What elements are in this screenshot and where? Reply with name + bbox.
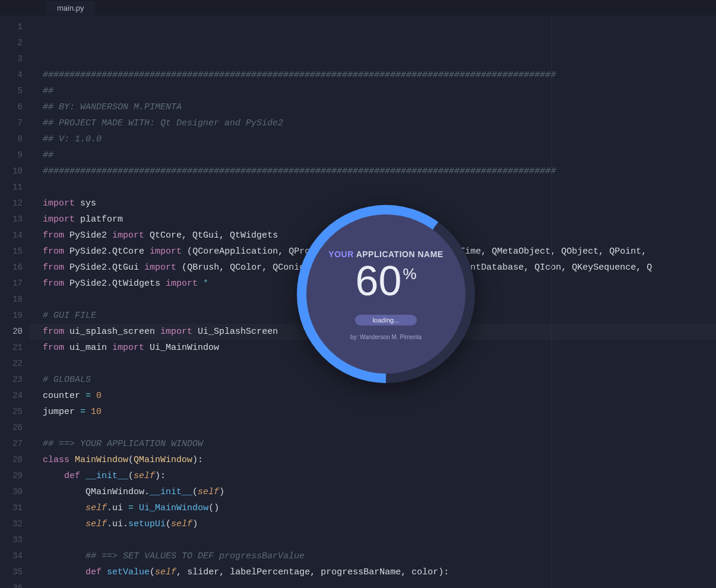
code-line[interactable]: def __init__(self): — [43, 468, 716, 484]
line-number: 15 — [0, 244, 23, 260]
line-number: 26 — [0, 420, 23, 436]
line-number: 3 — [0, 51, 23, 67]
line-number: 20 — [0, 324, 23, 340]
code-line[interactable] — [43, 420, 716, 436]
code-line[interactable]: counter = 0 — [43, 388, 716, 404]
line-number: 35 — [0, 564, 23, 580]
code-line[interactable]: self.ui.setupUi(self) — [43, 516, 716, 532]
code-line[interactable]: ## PROJECT MADE WITH: Qt Designer and Py… — [43, 115, 716, 131]
line-number: 25 — [0, 404, 23, 420]
line-number: 31 — [0, 500, 23, 516]
line-number: 28 — [0, 452, 23, 468]
line-number: 21 — [0, 340, 23, 356]
percentage-number: 60 — [356, 260, 402, 302]
code-line[interactable]: ## V: 1.0.0 — [43, 131, 716, 147]
code-line[interactable] — [43, 580, 716, 588]
line-number: 24 — [0, 388, 23, 404]
code-line[interactable]: ## — [43, 83, 716, 99]
code-line[interactable]: ########################################… — [43, 67, 716, 83]
code-line[interactable]: class MainWindow(QMainWindow): — [43, 452, 716, 468]
code-line[interactable] — [43, 532, 716, 548]
splash-inner: YOUR APPLICATION NAME 60 % loading... by… — [306, 214, 465, 374]
line-number: 8 — [0, 131, 23, 147]
code-line[interactable]: def setValue(self, slider, labelPercenta… — [43, 564, 716, 580]
line-number: 18 — [0, 292, 23, 308]
line-number: 17 — [0, 276, 23, 292]
line-number: 16 — [0, 260, 23, 276]
line-number: 23 — [0, 372, 23, 388]
line-number: 6 — [0, 99, 23, 115]
line-number: 11 — [0, 179, 23, 195]
code-line[interactable] — [43, 179, 716, 195]
line-number: 14 — [0, 227, 23, 244]
line-number: 33 — [0, 532, 23, 548]
line-number: 27 — [0, 436, 23, 452]
code-line[interactable]: ## — [43, 147, 716, 163]
line-number: 36 — [0, 580, 23, 588]
code-line[interactable]: ## ==> YOUR APPLICATION WINDOW — [43, 436, 716, 452]
line-number: 9 — [0, 147, 23, 163]
gutter: 1234567891011121314151617181920212223242… — [0, 15, 30, 588]
loading-label: loading... — [355, 315, 417, 325]
line-number: 13 — [0, 211, 23, 227]
credits-label: by: Wanderson M. Pimenta — [350, 334, 422, 340]
line-number: 29 — [0, 468, 23, 484]
splash-screen: YOUR APPLICATION NAME 60 % loading... by… — [297, 205, 475, 383]
line-number: 5 — [0, 83, 23, 99]
line-number: 32 — [0, 516, 23, 532]
percent-icon: % — [403, 265, 416, 283]
line-number: 30 — [0, 484, 23, 500]
line-number: 1 — [0, 19, 23, 35]
line-number: 12 — [0, 195, 23, 211]
code-line[interactable]: ########################################… — [43, 163, 716, 179]
code-line[interactable]: self.ui = Ui_MainWindow() — [43, 500, 716, 516]
line-number: 10 — [0, 163, 23, 179]
code-line[interactable]: jumper = 10 — [43, 404, 716, 420]
line-number: 4 — [0, 67, 23, 83]
code-line[interactable]: ## BY: WANDERSON M.PIMENTA — [43, 99, 716, 115]
percentage: 60 % — [356, 260, 417, 302]
line-number: 2 — [0, 35, 23, 51]
line-number: 7 — [0, 115, 23, 131]
splash-title-accent: YOUR — [328, 249, 353, 259]
line-number: 34 — [0, 548, 23, 564]
tab-bar: main.py — [0, 0, 716, 15]
code-line[interactable]: QMainWindow.__init__(self) — [43, 484, 716, 500]
line-number: 19 — [0, 308, 23, 324]
line-number: 22 — [0, 356, 23, 372]
tab-main-py[interactable]: main.py — [46, 1, 95, 15]
code-line[interactable]: ## ==> SET VALUES TO DEF progressBarValu… — [43, 548, 716, 564]
